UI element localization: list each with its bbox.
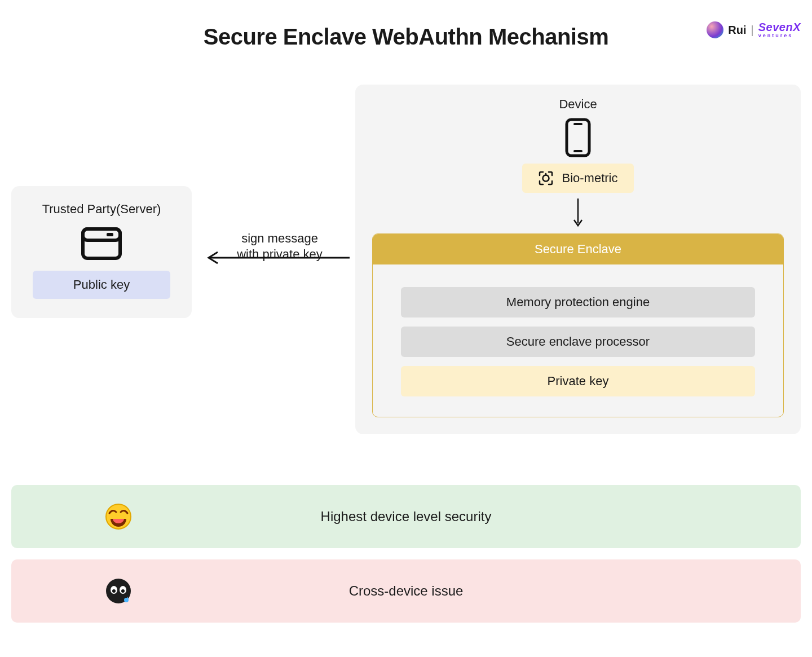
svg-point-15 [121,589,125,593]
public-key-pill: Public key [33,271,170,299]
diagram-area: Trusted Party(Server) Public key sign me… [11,68,801,474]
svg-point-7 [543,175,549,182]
svg-rect-2 [107,233,113,236]
svg-point-14 [112,589,116,593]
trusted-party-label: Trusted Party(Server) [23,202,180,217]
sad-emoji-icon [105,577,132,605]
trusted-party-card: Trusted Party(Server) Public key [11,186,192,318]
author-avatar [707,21,723,38]
laughing-emoji-icon [105,503,132,530]
brand-block: Rui | SevenX ventures [707,21,801,38]
sevenx-logo-sub: ventures [758,33,793,38]
down-arrow-icon [572,197,584,229]
enclave-processor-pill: Secure enclave processor [401,327,755,357]
secure-enclave-box: Secure Enclave Memory protection engine … [372,233,784,417]
faceid-icon [538,170,554,186]
page-title: Secure Enclave WebAuthn Mechanism [204,24,609,50]
header: Secure Enclave WebAuthn Mechanism Rui | … [11,11,801,62]
svg-point-16 [124,598,129,602]
svg-rect-1 [83,229,120,240]
left-arrow-icon [195,251,364,264]
sevenx-logo-main: SevenX [758,22,801,32]
server-icon [81,227,122,261]
con-banner-text: Cross-device issue [192,583,620,599]
device-label: Device [372,97,784,112]
biometric-pill: Bio-metric [522,164,633,193]
svg-rect-0 [83,229,120,258]
phone-icon [564,117,592,158]
sevenx-logo: SevenX ventures [758,22,801,38]
sign-arrow-label-line1: sign message [195,230,364,247]
private-key-pill: Private key [401,366,755,396]
banners: Highest device level security Cross-devi… [11,485,801,623]
con-banner: Cross-device issue [11,559,801,623]
author-name: Rui [728,24,746,37]
pro-banner-text: Highest device level security [192,509,620,524]
biometric-label: Bio-metric [562,171,617,186]
secure-enclave-title: Secure Enclave [373,234,783,264]
brand-divider: | [751,24,754,37]
pro-banner: Highest device level security [11,485,801,548]
mem-protection-pill: Memory protection engine [401,287,755,318]
device-card: Device Bi [355,85,801,434]
